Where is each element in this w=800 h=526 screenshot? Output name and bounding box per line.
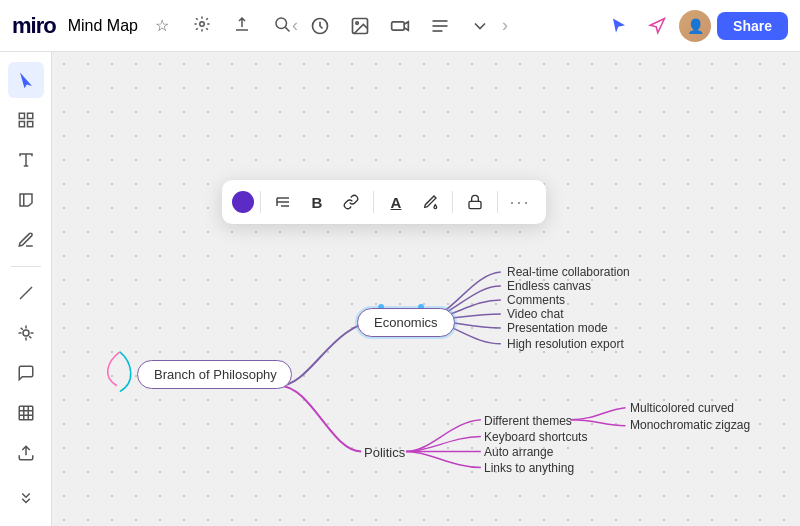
paint-button[interactable]: [414, 186, 446, 218]
svg-rect-12: [19, 122, 24, 127]
nav-next-icon: ›: [502, 15, 508, 36]
svg-point-0: [200, 21, 205, 26]
sidebar-item-shapes[interactable]: [8, 315, 44, 351]
svg-line-17: [20, 287, 32, 299]
toolbar-divider-2: [373, 191, 374, 213]
settings-button[interactable]: [186, 10, 218, 42]
svg-rect-19: [19, 406, 33, 420]
lock-button[interactable]: [459, 186, 491, 218]
nav-prev-icon: ‹: [292, 15, 298, 36]
float-toolbar: B A ···: [222, 180, 546, 224]
sidebar-item-cursor[interactable]: [8, 62, 44, 98]
sidebar-item-line[interactable]: [8, 275, 44, 311]
bold-button[interactable]: B: [301, 186, 333, 218]
sidebar-item-more[interactable]: [8, 480, 44, 516]
sidebar-item-frame[interactable]: [8, 102, 44, 138]
sidebar-item-sticky[interactable]: [8, 182, 44, 218]
toolbar-divider-4: [497, 191, 498, 213]
more-center-button[interactable]: [462, 8, 498, 44]
topbar: miro Mind Map ☆ ‹ ›: [0, 0, 800, 52]
share-button[interactable]: Share: [717, 12, 788, 40]
celebration-button[interactable]: [641, 10, 673, 42]
more-options-button[interactable]: ···: [504, 186, 536, 218]
align-button[interactable]: [267, 186, 299, 218]
video-button[interactable]: [382, 8, 418, 44]
upload-icon: [233, 15, 251, 37]
avatar-image: 👤: [679, 10, 711, 42]
link-button[interactable]: [335, 186, 367, 218]
center-node[interactable]: Branch of Philosophy: [137, 360, 292, 389]
canvas[interactable]: B A ···: [52, 52, 800, 526]
settings-icon: [193, 15, 211, 37]
topbar-center: ‹ ›: [292, 8, 508, 44]
svg-rect-28: [469, 201, 481, 208]
economics-label: Economics: [374, 315, 438, 330]
timer-button[interactable]: [302, 8, 338, 44]
sidebar-item-table[interactable]: [8, 395, 44, 431]
svg-rect-10: [19, 113, 24, 118]
svg-line-2: [285, 27, 289, 31]
svg-point-1: [276, 18, 287, 29]
text-color-button[interactable]: A: [380, 186, 412, 218]
upload-button[interactable]: [226, 10, 258, 42]
sidebar-item-comment[interactable]: [8, 355, 44, 391]
sidebar-divider-1: [11, 266, 41, 267]
text-editor-button[interactable]: [422, 8, 458, 44]
svg-point-18: [23, 330, 29, 336]
sidebar-item-text[interactable]: [8, 142, 44, 178]
image-button[interactable]: [342, 8, 378, 44]
sidebar-item-import[interactable]: [8, 435, 44, 471]
star-button[interactable]: ☆: [146, 10, 178, 42]
search-icon: [273, 15, 291, 37]
svg-rect-13: [27, 122, 32, 127]
star-icon: ☆: [155, 16, 169, 35]
sidebar-item-pen[interactable]: [8, 222, 44, 258]
economics-node[interactable]: Economics: [357, 308, 455, 337]
sidebar: [0, 52, 52, 526]
toolbar-divider-1: [260, 191, 261, 213]
topbar-right: 👤 Share: [603, 10, 788, 42]
main: B A ···: [0, 52, 800, 526]
center-node-label: Branch of Philosophy: [154, 367, 277, 382]
cursor-share-button[interactable]: [603, 10, 635, 42]
svg-point-5: [356, 21, 359, 23]
color-circle[interactable]: [232, 191, 254, 213]
logo: miro: [12, 13, 56, 39]
avatar[interactable]: 👤: [679, 10, 711, 42]
svg-rect-6: [392, 21, 405, 29]
svg-rect-11: [27, 113, 32, 118]
mindmap-svg: [52, 52, 800, 526]
toolbar-divider-3: [452, 191, 453, 213]
board-title: Mind Map: [68, 17, 138, 35]
